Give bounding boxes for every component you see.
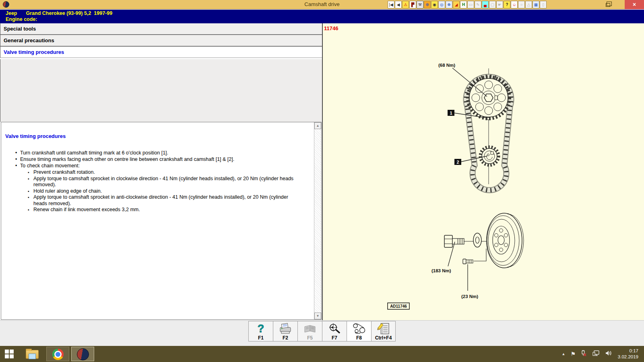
print-button[interactable]: F2 xyxy=(273,321,297,341)
sub-step-item: Apply torque to camshaft sprocket in clo… xyxy=(1,176,314,188)
autodata-icon xyxy=(77,348,89,360)
paint-icon[interactable]: ✎ xyxy=(475,1,481,8)
hand-tools-icon[interactable]: ☛ xyxy=(496,1,503,8)
nav-back-icon[interactable]: ◀ xyxy=(395,1,402,8)
sub-step-item: Apply torque to camshaft sprocket in ant… xyxy=(1,194,314,207)
engine-icon[interactable]: ▦ xyxy=(533,1,539,8)
restore-window-button[interactable] xyxy=(605,2,613,8)
language-flag-icon[interactable]: ⚑ xyxy=(570,350,576,358)
manual-button[interactable]: F5 xyxy=(297,321,322,341)
fkey-label: Ctrl+F4 xyxy=(372,335,395,341)
application-window: Camshaft drive |◀ ◀ ⚠ ▛ ⚒ ⊕ ◉ ◎ ☸ ◢ H ▭ … xyxy=(0,0,644,362)
notes-button[interactable]: Ctrl+F4 xyxy=(371,321,396,341)
step-item: To check chain movement: xyxy=(1,163,314,169)
tray-overflow-button[interactable]: ▲ xyxy=(562,350,566,358)
system-tray: ▲ ⚑ xyxy=(562,350,612,358)
fkey-label: F1 xyxy=(249,335,273,341)
fkey-label: F7 xyxy=(322,335,347,341)
title-toolbar: |◀ ◀ ⚠ ▛ ⚒ ⊕ ◉ ◎ ☸ ◢ H ▭ ✎ ▄ ▢ ☛ ? ☺ ○ △… xyxy=(388,1,547,8)
body-dimensions-icon[interactable]: ▭ xyxy=(467,1,474,8)
restore-icon xyxy=(606,3,610,7)
body-outline-icon[interactable]: ▢ xyxy=(489,1,496,8)
figure-number: 11746 xyxy=(324,25,338,31)
nav-first-icon[interactable]: |◀ xyxy=(388,1,394,8)
clock-date: 3.02.2019 xyxy=(618,354,638,360)
service-schedule-icon[interactable]: ☸ xyxy=(446,1,452,8)
procedure-heading: Valve timing procedures xyxy=(5,133,314,139)
window-title: Camshaft drive xyxy=(0,1,644,7)
volume-icon[interactable] xyxy=(605,350,612,358)
step-item: Turn crankshaft until camshaft timing ma… xyxy=(1,150,314,156)
svg-text:?: ? xyxy=(258,323,264,335)
taskbar: ▲ ⚑ xyxy=(0,346,644,362)
zoom-icon xyxy=(328,323,341,335)
fkey-label: F5 xyxy=(298,335,322,341)
repair-procedures-icon[interactable]: ⚒ xyxy=(417,1,423,8)
scroll-up-button[interactable]: ▲ xyxy=(314,122,321,129)
fkey-label: F2 xyxy=(273,335,297,341)
close-window-button[interactable]: × xyxy=(625,0,644,9)
notepad-pencil-icon xyxy=(377,323,390,335)
belt-diagram-button[interactable]: − F8 xyxy=(347,321,371,341)
scroll-down-button[interactable]: ▼ xyxy=(314,313,321,319)
section-list: Special tools General precautions Valve … xyxy=(0,23,322,58)
wheel-icon[interactable]: ◎ xyxy=(438,1,445,8)
start-button[interactable] xyxy=(4,350,18,358)
procedure-content: Valve timing procedures Turn crankshaft … xyxy=(1,122,322,320)
vehicle-model: Grand Cherokee (93-99) 5,2 1997-99 xyxy=(26,10,113,16)
vehicle-header: JeepGrand Cherokee (93-99) 5,2 1997-99 E… xyxy=(0,10,644,23)
manual-book-icon xyxy=(303,323,317,335)
fkey-label: F8 xyxy=(347,335,371,341)
pillar-icon[interactable]: ▯ xyxy=(540,1,547,8)
sub-step-item: Prevent crankshaft rotation. xyxy=(1,169,314,176)
audio-device-error-icon[interactable] xyxy=(581,350,587,358)
hazard-icon[interactable]: △ xyxy=(525,1,532,8)
belt-routing-icon: − xyxy=(352,323,366,335)
section-list-filler xyxy=(0,59,322,122)
vehicle-make: Jeep xyxy=(6,10,17,16)
step-item: Ensure timing marks facing each other on… xyxy=(1,156,314,163)
help-button[interactable]: ? F1 xyxy=(248,321,273,341)
ramp-icon[interactable]: ◢ xyxy=(453,1,460,8)
mouse-settings-icon[interactable]: ◉ xyxy=(431,1,438,8)
zoom-button[interactable]: F7 xyxy=(322,321,347,341)
procedure-steps: Turn crankshaft until camshaft timing ma… xyxy=(1,150,314,213)
world-info-icon[interactable]: ⊕ xyxy=(424,1,431,8)
chrome-icon xyxy=(52,349,64,360)
battery-icon[interactable]: ▄ xyxy=(482,1,489,8)
file-explorer-button[interactable] xyxy=(25,348,40,360)
autodata-taskbar-button[interactable] xyxy=(71,347,94,361)
sub-step-item: Renew chain if link movement exceeds 3,2… xyxy=(1,207,314,213)
sub-step-item: Hold ruler along edge of chain. xyxy=(1,188,314,195)
help-icon: ? xyxy=(254,323,268,335)
section-general-precautions[interactable]: General precautions xyxy=(0,35,322,47)
chrome-taskbar-button[interactable] xyxy=(46,347,69,361)
engine-management-icon[interactable]: ▛ xyxy=(409,1,416,8)
driver-icon[interactable]: ☺ xyxy=(511,1,518,8)
tyre-icon[interactable]: ○ xyxy=(518,1,525,8)
clock-time: 0:17 xyxy=(618,348,638,354)
warning-icon[interactable]: ⚠ xyxy=(402,1,409,8)
engine-code-label: Engine code: xyxy=(6,16,644,22)
printer-icon xyxy=(279,323,292,335)
section-valve-timing-procedures[interactable]: Valve timing procedures xyxy=(0,47,322,58)
lift-icon[interactable]: H xyxy=(460,1,467,8)
network-icon[interactable] xyxy=(592,350,600,358)
figure-panel xyxy=(323,23,644,320)
folder-icon xyxy=(26,350,39,359)
clock[interactable]: 0:17 3.02.2019 xyxy=(618,348,638,360)
section-special-tools[interactable]: Special tools xyxy=(0,23,322,35)
content-scrollbar[interactable]: ▲ ▼ xyxy=(314,122,321,319)
svg-text:−: − xyxy=(355,325,356,327)
diagnostics-icon[interactable]: ? xyxy=(504,1,510,8)
title-bar: Camshaft drive |◀ ◀ ⚠ ▛ ⚒ ⊕ ◉ ◎ ☸ ◢ H ▭ … xyxy=(0,0,644,9)
